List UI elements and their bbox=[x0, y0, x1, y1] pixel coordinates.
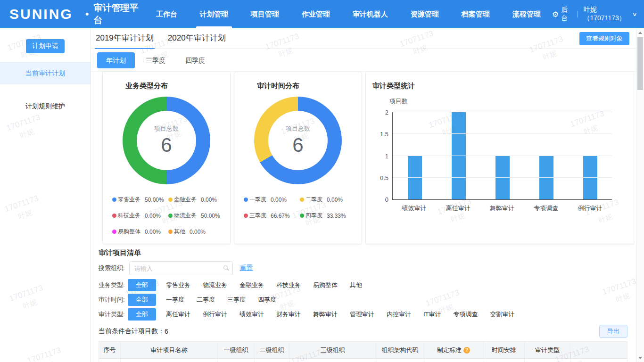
table-header-cell: 序号 bbox=[99, 342, 121, 359]
sidebar-item-plan-rules[interactable]: 计划规则维护 bbox=[0, 95, 91, 117]
chevron-down-icon[interactable]: ∨ bbox=[632, 11, 637, 17]
subtab-3[interactable]: 四季度 bbox=[176, 52, 214, 68]
vertical-scrollbar[interactable] bbox=[636, 28, 644, 362]
export-button[interactable]: 导出 bbox=[599, 325, 627, 338]
table-row[interactable]: 苏宁易购广场商管 bbox=[99, 359, 627, 362]
legend-label: 一季度 bbox=[249, 196, 266, 204]
count-row: 当前条件合计项目数： 6 导出 bbox=[99, 325, 627, 338]
legend-dot-icon bbox=[168, 197, 173, 202]
x-tick-label: 舞弊审计 bbox=[480, 204, 524, 213]
legend-percent: 0.00% bbox=[145, 229, 161, 235]
legend-item[interactable]: 四季度33.33% bbox=[300, 212, 354, 220]
filter-option[interactable]: 管理审计 bbox=[350, 310, 374, 319]
view-rules-button[interactable]: 查看规则对象 bbox=[579, 32, 629, 45]
filter-option[interactable]: 零售业务 bbox=[166, 281, 190, 289]
sidebar-item-current-plan[interactable]: 当前审计计划 bbox=[0, 62, 91, 84]
filter-option[interactable]: 财务审计 bbox=[276, 310, 301, 319]
legend-item[interactable]: 物流业务50.00% bbox=[168, 212, 223, 220]
user-menu[interactable]: 叶妮（17071173） bbox=[584, 6, 628, 23]
filter-option[interactable]: 一季度 bbox=[166, 296, 184, 304]
org-search-input[interactable] bbox=[134, 265, 220, 272]
nav-item-5[interactable]: 审计机器人 bbox=[341, 0, 399, 28]
legend-dot-icon bbox=[244, 214, 248, 218]
legend-item[interactable]: 一季度0.00% bbox=[244, 196, 298, 204]
card-title: 审计时间分布 bbox=[234, 72, 362, 90]
filter-option[interactable]: 例行审计 bbox=[203, 310, 227, 319]
tab-2[interactable]: 2020年审计计划 bbox=[167, 28, 227, 49]
filter-option[interactable]: 科技业务 bbox=[276, 281, 301, 289]
y-tick: 1 bbox=[385, 152, 388, 159]
filter-option-active[interactable]: 全部 bbox=[128, 279, 156, 291]
legend-dot-icon bbox=[168, 214, 173, 218]
tab-1[interactable]: 2019年审计计划 bbox=[95, 28, 155, 49]
filter-option[interactable]: 绩效审计 bbox=[239, 310, 264, 319]
filter-option[interactable]: 四季度 bbox=[258, 296, 276, 304]
filter-label: 审计类型: bbox=[99, 310, 128, 319]
table-header-cell: 二级组织 bbox=[255, 342, 289, 359]
legend-item[interactable]: 科技业务0.00% bbox=[112, 212, 166, 220]
bar bbox=[583, 156, 597, 200]
filter-option[interactable]: 二季度 bbox=[197, 296, 215, 304]
main-menu: 工作台计划管理项目管理作业管理审计机器人资源管理档案管理流程管理 bbox=[145, 0, 552, 28]
plan-apply-button[interactable]: 计划申请 bbox=[26, 39, 65, 53]
help-icon[interactable]: ? bbox=[463, 347, 470, 354]
scroll-thumb[interactable] bbox=[637, 37, 643, 90]
legend-label: 四季度 bbox=[305, 212, 322, 220]
scroll-up-arrow[interactable] bbox=[636, 29, 644, 36]
legend-item[interactable]: 其他0.00% bbox=[168, 228, 223, 236]
cell-audit-type bbox=[525, 359, 570, 362]
nav-item-4[interactable]: 作业管理 bbox=[290, 0, 341, 28]
nav-item-3[interactable]: 项目管理 bbox=[239, 0, 290, 28]
search-label: 搜索组织: bbox=[99, 264, 125, 272]
list-title: 审计项目清单 bbox=[99, 248, 627, 257]
subtab-2[interactable]: 三季度 bbox=[137, 52, 174, 68]
filter-option[interactable]: 易购整体 bbox=[313, 281, 338, 289]
audit-type-card: 审计类型统计 项目数 00.511.52 绩效审计离任审计舞弊审计专项调查例行审… bbox=[365, 72, 634, 244]
reset-link[interactable]: 重置 bbox=[240, 264, 253, 272]
year-tabbar: 2019年审计计划2020年审计计划 查看规则对象 bbox=[91, 28, 636, 49]
filter-option[interactable]: 三季度 bbox=[227, 296, 246, 304]
filter-option[interactable]: 物流业务 bbox=[203, 281, 227, 289]
legend-percent: 0.00% bbox=[327, 197, 343, 203]
filter-option[interactable]: 离任审计 bbox=[166, 310, 190, 319]
platform-title: 审计管理平台 bbox=[93, 2, 140, 26]
search-box bbox=[129, 261, 233, 275]
filter-option-active[interactable]: 全部 bbox=[128, 294, 156, 306]
x-axis-labels: 绩效审计离任审计舞弊审计专项调查例行审计 bbox=[392, 204, 612, 213]
filter-option[interactable]: IT审计 bbox=[423, 310, 441, 319]
page: SUNING • 审计管理平台 工作台计划管理项目管理作业管理审计机器人资源管理… bbox=[0, 0, 644, 362]
audit-project-table: 序号审计项目名称一级组织二级组织三级组织组织架构代码制定标准?时间安排审计类型 … bbox=[99, 341, 627, 362]
backend-link[interactable]: 后台 bbox=[561, 6, 572, 23]
legend-item[interactable]: 金融业务0.00% bbox=[168, 196, 223, 204]
legend-item[interactable]: 三季度66.67% bbox=[244, 212, 298, 220]
legend-item[interactable]: 易购整体0.00% bbox=[112, 228, 166, 236]
nav-item-1[interactable]: 工作台 bbox=[145, 0, 189, 28]
nav-item-2[interactable]: 计划管理 bbox=[189, 0, 239, 28]
audit-time-legend: 一季度0.00%二季度0.00%三季度66.67%四季度33.33% bbox=[244, 196, 354, 220]
scroll-down-arrow[interactable] bbox=[636, 354, 644, 362]
bar bbox=[452, 112, 466, 199]
filter-option[interactable]: 专项调查 bbox=[454, 310, 478, 319]
nav-item-6[interactable]: 资源管理 bbox=[399, 0, 450, 28]
filter-option[interactable]: 舞弊审计 bbox=[313, 310, 338, 319]
search-row: 搜索组织: 重置 bbox=[99, 261, 627, 275]
filter-option-active[interactable]: 全部 bbox=[128, 308, 156, 321]
gear-icon[interactable]: ⚙ bbox=[552, 10, 559, 19]
business-type-legend: 零售业务50.00%金融业务0.00%科技业务0.00%物流业务50.00%易购… bbox=[112, 196, 223, 236]
legend-dot-icon bbox=[300, 197, 304, 202]
nav-right: ⚙ 后台 叶妮（17071173） ∨ bbox=[552, 6, 636, 23]
filter-option[interactable]: 其他 bbox=[350, 281, 362, 289]
bar-slot bbox=[437, 112, 480, 199]
legend-item[interactable]: 零售业务50.00% bbox=[112, 196, 166, 204]
nav-item-8[interactable]: 流程管理 bbox=[501, 0, 552, 28]
legend-item[interactable]: 二季度0.00% bbox=[300, 196, 354, 204]
filter-option[interactable]: 内控审计 bbox=[387, 310, 411, 319]
filter-option[interactable]: 金融业务 bbox=[239, 281, 264, 289]
filter-option[interactable]: 交割审计 bbox=[490, 310, 515, 319]
subtab-1[interactable]: 年计划 bbox=[97, 52, 135, 68]
legend-percent: 0.00% bbox=[190, 229, 206, 235]
legend-percent: 0.00% bbox=[271, 197, 287, 203]
nav-item-7[interactable]: 档案管理 bbox=[450, 0, 501, 28]
bar-slot bbox=[393, 112, 437, 199]
bar-slot bbox=[568, 112, 612, 199]
